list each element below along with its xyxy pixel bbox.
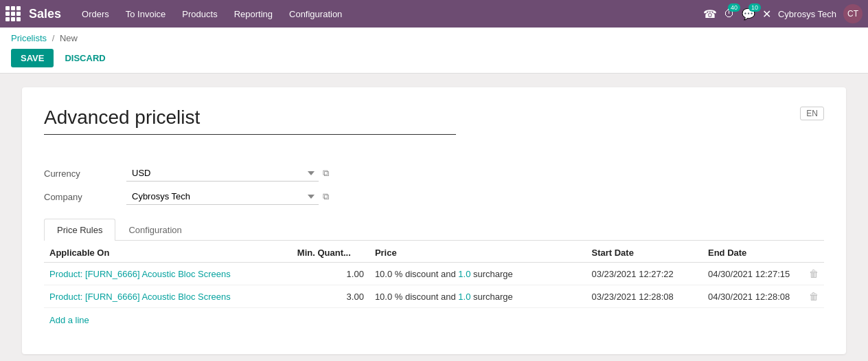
applicable-cell[interactable]: Product: [FURN_6666] Acoustic Bloc Scree… bbox=[44, 285, 292, 308]
discard-button[interactable]: DISCARD bbox=[59, 49, 111, 67]
currency-select[interactable]: USD bbox=[126, 165, 319, 182]
nav-to-invoice[interactable]: To Invoice bbox=[119, 0, 173, 28]
company-external-link[interactable]: ⧉ bbox=[323, 191, 329, 202]
company-control-wrap: Cybrosys Tech ⧉ bbox=[126, 188, 329, 205]
user-avatar[interactable]: CT bbox=[843, 4, 863, 23]
top-navigation: Sales Orders To Invoice Products Reporti… bbox=[0, 0, 868, 28]
delete-icon[interactable]: 🗑 bbox=[809, 291, 819, 302]
messages-badge: 10 bbox=[749, 3, 761, 12]
delete-cell[interactable]: 🗑 bbox=[803, 285, 824, 308]
price-rules-table: Applicable On Min. Quant... Price Start … bbox=[44, 241, 824, 308]
currency-label: Currency bbox=[44, 168, 126, 179]
nav-orders[interactable]: Orders bbox=[75, 0, 116, 28]
add-line-button[interactable]: Add a line bbox=[44, 308, 95, 332]
breadcrumb-separator: / bbox=[52, 33, 55, 43]
settings-icon[interactable]: ✕ bbox=[762, 8, 771, 21]
nav-configuration[interactable]: Configuration bbox=[282, 0, 349, 28]
col-header-price: Price bbox=[369, 241, 586, 263]
brand-title: Sales bbox=[29, 7, 61, 21]
user-name[interactable]: Cybrosys Tech bbox=[778, 9, 836, 19]
pricelist-title-input[interactable] bbox=[44, 107, 456, 135]
tab-price-rules[interactable]: Price Rules bbox=[44, 219, 115, 241]
breadcrumb-current: New bbox=[60, 33, 78, 43]
currency-control-wrap: USD ⧉ bbox=[126, 165, 329, 182]
applicable-cell[interactable]: Product: [FURN_6666] Acoustic Bloc Scree… bbox=[44, 263, 292, 285]
lang-badge[interactable]: EN bbox=[800, 107, 824, 120]
minqty-cell: 3.00 bbox=[292, 285, 369, 308]
main-content: EN Currency USD ⧉ Company Cybrosys Tech bbox=[0, 74, 868, 361]
breadcrumb-bar: Pricelists / New SAVE DISCARD bbox=[0, 28, 868, 74]
phone-icon[interactable]: ☎ bbox=[703, 8, 717, 21]
enddate-cell: 04/30/2021 12:27:15 bbox=[703, 263, 803, 285]
tabs: Price Rules Configuration bbox=[44, 219, 824, 241]
table-row: Product: [FURN_6666] Acoustic Bloc Scree… bbox=[44, 263, 824, 285]
clock-badge: 40 bbox=[728, 3, 740, 12]
breadcrumb: Pricelists / New bbox=[11, 33, 857, 43]
delete-icon[interactable]: 🗑 bbox=[809, 268, 819, 279]
breadcrumb-parent[interactable]: Pricelists bbox=[11, 33, 47, 43]
nav-products[interactable]: Products bbox=[175, 0, 224, 28]
col-header-delete bbox=[803, 241, 824, 263]
clock-icon[interactable]: ⏱ 40 bbox=[724, 8, 735, 20]
company-label: Company bbox=[44, 192, 126, 202]
price-highlight: 1.0 bbox=[458, 269, 470, 279]
toolbar: SAVE DISCARD bbox=[11, 49, 857, 73]
col-header-minqty: Min. Quant... bbox=[292, 241, 369, 263]
company-row: Company Cybrosys Tech ⧉ bbox=[44, 188, 824, 205]
currency-row: Currency USD ⧉ bbox=[44, 165, 824, 182]
currency-external-link[interactable]: ⧉ bbox=[323, 168, 329, 179]
tab-configuration[interactable]: Configuration bbox=[115, 219, 194, 241]
col-header-enddate: End Date bbox=[703, 241, 803, 263]
table-row: Product: [FURN_6666] Acoustic Bloc Scree… bbox=[44, 285, 824, 308]
minqty-cell: 1.00 bbox=[292, 263, 369, 285]
nav-icons-area: ☎ ⏱ 40 💬 10 ✕ Cybrosys Tech CT bbox=[703, 4, 863, 23]
price-cell: 10.0 % discount and 1.0 surcharge bbox=[369, 263, 586, 285]
enddate-cell: 04/30/2021 12:28:08 bbox=[703, 285, 803, 308]
delete-cell[interactable]: 🗑 bbox=[803, 263, 824, 285]
price-highlight: 1.0 bbox=[458, 292, 470, 302]
company-select[interactable]: Cybrosys Tech bbox=[126, 188, 319, 205]
col-header-applicable: Applicable On bbox=[44, 241, 292, 263]
price-cell: 10.0 % discount and 1.0 surcharge bbox=[369, 285, 586, 308]
form-card: EN Currency USD ⧉ Company Cybrosys Tech bbox=[22, 87, 846, 354]
app-grid-icon[interactable] bbox=[5, 6, 21, 21]
nav-reporting[interactable]: Reporting bbox=[227, 0, 279, 28]
col-header-startdate: Start Date bbox=[586, 241, 703, 263]
startdate-cell: 03/23/2021 12:27:22 bbox=[586, 263, 703, 285]
messages-icon[interactable]: 💬 10 bbox=[742, 8, 755, 21]
startdate-cell: 03/23/2021 12:28:08 bbox=[586, 285, 703, 308]
form-fields: Currency USD ⧉ Company Cybrosys Tech ⧉ bbox=[44, 165, 824, 205]
save-button[interactable]: SAVE bbox=[11, 49, 54, 67]
